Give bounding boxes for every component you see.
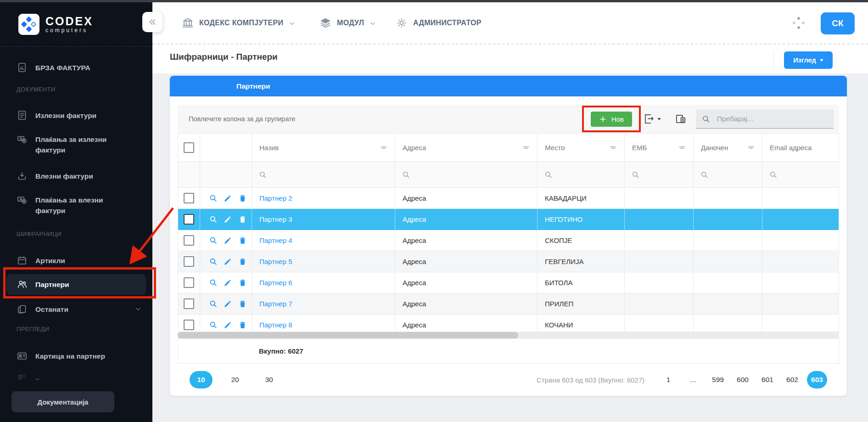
row-checkbox[interactable] <box>184 214 194 225</box>
total-label: Вкупно: 6027 <box>259 347 303 355</box>
partner-link[interactable]: Партнер 7 <box>259 300 292 308</box>
page-button-603[interactable]: 603 <box>807 371 827 388</box>
sidebar-collapse-button[interactable] <box>142 12 162 32</box>
column-chooser-icon[interactable] <box>675 113 687 125</box>
partner-name-cell: Партнер 5 <box>252 251 395 272</box>
delete-row-icon[interactable] <box>238 278 247 287</box>
filter-cell-Назив[interactable] <box>252 162 395 188</box>
header-filter-icon[interactable] <box>521 143 531 152</box>
view-row-icon[interactable] <box>209 299 218 308</box>
edit-row-icon[interactable] <box>224 299 232 308</box>
row-checkbox-cell <box>178 230 200 251</box>
sidebar-item-truncated-item[interactable]: .. <box>6 367 146 388</box>
panel-banner: Партнери <box>170 76 847 96</box>
delete-row-icon[interactable] <box>238 321 247 329</box>
filter-cell-checkbox <box>178 162 200 188</box>
edit-row-icon[interactable] <box>224 278 232 287</box>
company-menu[interactable]: КОДЕКС КОМПЈУТЕРИ <box>182 2 295 44</box>
page-button-602[interactable]: 602 <box>782 371 802 388</box>
column-header-Место[interactable]: Место <box>538 134 625 162</box>
filter-cell-Адреса[interactable] <box>395 162 538 188</box>
view-row-icon[interactable] <box>209 257 218 266</box>
search-input[interactable] <box>716 114 828 124</box>
administrator-menu[interactable]: АДМИНИСТРАТОР <box>396 2 482 44</box>
new-button[interactable]: Нов <box>591 112 632 127</box>
row-checkbox[interactable] <box>184 298 194 309</box>
delete-row-icon[interactable] <box>238 257 247 266</box>
sidebar-item-plakanja-izlezni[interactable]: Плаќања за излезни фактури <box>6 129 146 160</box>
page-button-600[interactable]: 600 <box>733 371 753 388</box>
edit-row-icon[interactable] <box>224 321 232 329</box>
view-row-icon[interactable] <box>209 236 218 245</box>
horizontal-scrollbar-thumb[interactable] <box>178 332 518 338</box>
view-row-icon[interactable] <box>209 194 218 203</box>
view-row-icon[interactable] <box>209 278 218 287</box>
sidebar-item-ostanati[interactable]: Останати <box>6 299 146 320</box>
delete-row-icon[interactable] <box>238 215 247 224</box>
row-checkbox[interactable] <box>184 235 194 246</box>
emb-cell <box>625 251 694 272</box>
row-checkbox[interactable] <box>184 193 194 203</box>
row-checkbox[interactable] <box>184 256 194 267</box>
page-button-1[interactable]: 1 <box>658 371 678 388</box>
partner-link[interactable]: Партнер 5 <box>259 258 292 265</box>
diamonds-icon[interactable] <box>792 16 806 30</box>
codex-logo-icon <box>18 14 39 35</box>
row-checkbox[interactable] <box>184 320 194 330</box>
sidebar-item-artikli[interactable]: Артикли <box>6 250 146 271</box>
user-avatar-button[interactable]: СК <box>821 12 855 34</box>
delete-row-icon[interactable] <box>238 236 247 245</box>
edit-row-icon[interactable] <box>224 215 232 224</box>
module-menu[interactable]: МОДУЛ <box>319 2 376 44</box>
header-filter-icon[interactable] <box>746 143 756 152</box>
documentation-button[interactable]: Документација <box>11 391 114 412</box>
sidebar-item-brza-faktura[interactable]: БРЗА ФАКТУРА <box>6 57 146 78</box>
export-caret-icon[interactable] <box>657 118 661 120</box>
column-header-Даночен[interactable]: Даночен <box>694 134 762 162</box>
partner-link[interactable]: Партнер 2 <box>259 194 292 202</box>
delete-row-icon[interactable] <box>238 194 247 203</box>
column-header-Email адреса[interactable]: Email адреса <box>762 134 839 162</box>
view-row-icon[interactable] <box>209 321 218 329</box>
partner-name-cell: Партнер 4 <box>252 230 395 251</box>
row-checkbox[interactable] <box>184 277 194 288</box>
sidebar-item-partneri[interactable]: Партнери <box>6 274 146 295</box>
sidebar-item-vlezni-fakturi[interactable]: Влезни фактури <box>6 166 146 186</box>
edit-row-icon[interactable] <box>224 257 232 266</box>
partner-link[interactable]: Партнер 8 <box>259 321 292 329</box>
edit-row-icon[interactable] <box>224 236 232 245</box>
page-size-20[interactable]: 20 <box>224 371 246 388</box>
filter-cell-ЕМБ[interactable] <box>625 162 694 188</box>
partner-link[interactable]: Партнер 3 <box>259 215 292 223</box>
filter-cell-Даночен[interactable] <box>694 162 762 188</box>
header-filter-icon[interactable] <box>678 143 687 152</box>
partner-link[interactable]: Партнер 4 <box>259 236 292 244</box>
sidebar-item-plakanja-vlezni[interactable]: Плаќања за влезни фактури <box>6 190 146 221</box>
sidebar-item-izlezni-fakturi[interactable]: Излезни фактури <box>6 105 146 126</box>
partner-name-cell: Партнер 3 <box>252 209 395 230</box>
sidebar-item-label: Плаќања за влезни фактури <box>35 195 117 216</box>
page-size-10[interactable]: 10 <box>190 371 213 388</box>
page-size-30[interactable]: 30 <box>258 371 280 388</box>
select-all-checkbox[interactable] <box>184 142 194 153</box>
filter-cell-Место[interactable] <box>538 162 625 188</box>
view-button[interactable]: Изглед <box>784 51 833 69</box>
city-cell: СКОПЈЕ <box>538 230 625 251</box>
module-label: МОДУЛ <box>337 19 364 27</box>
column-header-Адреса[interactable]: Адреса <box>395 134 538 162</box>
column-header-ЕМБ[interactable]: ЕМБ <box>625 134 694 162</box>
column-header-Назив[interactable]: Назив <box>252 134 395 162</box>
edit-row-icon[interactable] <box>224 194 232 203</box>
view-button-label: Изглед <box>793 56 816 64</box>
header-filter-icon[interactable] <box>609 143 618 152</box>
header-filter-icon[interactable] <box>379 143 388 152</box>
sidebar-item-kartica-na-partner[interactable]: Картица на партнер <box>6 346 146 366</box>
page-button-601[interactable]: 601 <box>757 371 778 388</box>
view-row-icon[interactable] <box>209 215 218 224</box>
delete-row-icon[interactable] <box>238 299 247 308</box>
filter-cell-Email адреса[interactable] <box>762 162 839 188</box>
export-icon[interactable] <box>643 113 655 125</box>
page-button-599[interactable]: 599 <box>708 371 728 388</box>
partner-link[interactable]: Партнер 6 <box>259 279 292 287</box>
city-cell: ГЕВГЕЛИЈА <box>538 251 625 272</box>
